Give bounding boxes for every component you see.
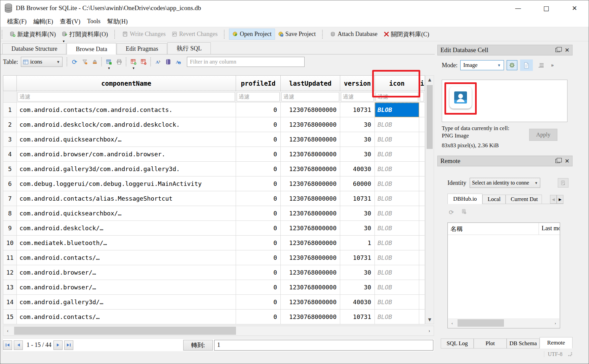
dock-tab-db-schema[interactable]: DB Schema	[507, 338, 540, 349]
cell-icon[interactable]: BLOB	[375, 176, 419, 191]
first-page-button[interactable]	[3, 340, 12, 350]
save-filter-button[interactable]	[90, 57, 100, 67]
cell-lastUpdated[interactable]: 1230768000000	[281, 250, 340, 265]
cell-partial[interactable]	[419, 250, 425, 265]
apply-button[interactable]: Apply	[529, 129, 557, 141]
next-page-button[interactable]	[53, 340, 63, 350]
list-header-name[interactable]: 名稱	[448, 223, 539, 235]
cell-componentName[interactable]: com.android.deskclock/com.android.deskcl…	[17, 117, 236, 132]
cell-profileId[interactable]: 0	[236, 206, 281, 221]
cell-lastUpdated[interactable]: 1230768000000	[281, 221, 340, 236]
cell-componentName[interactable]: com.android.quicksearchbox/…	[17, 132, 236, 147]
cell-icon[interactable]: BLOB	[375, 206, 419, 221]
maximize-icon[interactable]: □	[532, 0, 560, 16]
cell-version[interactable]: 10731	[340, 191, 375, 206]
cell-partial[interactable]	[419, 310, 425, 324]
cell-componentName[interactable]: com.android.browser/…	[17, 280, 236, 295]
last-page-button[interactable]	[64, 340, 73, 350]
close-icon[interactable]: ✕	[560, 0, 589, 16]
scroll-left-icon[interactable]: ‹	[3, 326, 12, 335]
row-number-cell[interactable]: 3	[3, 132, 17, 147]
vertical-scroll-thumb[interactable]	[427, 85, 433, 149]
cell-componentName[interactable]: com.android.gallery3d/…	[17, 295, 236, 310]
row-number-cell[interactable]: 8	[3, 206, 17, 221]
cell-lastUpdated[interactable]: 1230768000000	[281, 103, 340, 117]
corner-header[interactable]	[3, 76, 17, 91]
horizontal-scroll-thumb[interactable]	[14, 327, 236, 335]
cell-version[interactable]: 30	[340, 117, 375, 132]
cell-icon[interactable]: BLOB	[375, 250, 419, 265]
filter-version-input[interactable]	[341, 92, 374, 102]
remote-refresh-button[interactable]: ⟳	[449, 209, 454, 216]
encoding-indicator[interactable]: UTF-8	[544, 351, 566, 357]
cell-componentName[interactable]: com.android.contacts/…	[17, 250, 236, 265]
cell-icon[interactable]: BLOB	[375, 147, 419, 162]
remote-scroll-thumb[interactable]	[458, 319, 504, 327]
cell-partial[interactable]	[419, 147, 425, 162]
cell-lastUpdated[interactable]: 1230768000000	[281, 162, 340, 176]
cell-lastUpdated[interactable]: 1230768000000	[281, 295, 340, 310]
cell-icon[interactable]: BLOB	[375, 191, 419, 206]
cell-componentName[interactable]: com.android.browser/…	[17, 265, 236, 280]
cell-lastUpdated[interactable]: 1230768000000	[281, 310, 340, 324]
cell-icon[interactable]: BLOB	[375, 310, 419, 324]
dictionary-button[interactable]	[163, 57, 173, 67]
row-number-cell[interactable]: 12	[3, 265, 17, 280]
filter-icon-input[interactable]	[376, 92, 418, 102]
cell-icon[interactable]: BLOB	[375, 295, 419, 310]
dock-tab-remote[interactable]: Remote	[540, 337, 573, 349]
row-number-cell[interactable]: 14	[3, 295, 17, 310]
cell-profileId[interactable]: 0	[236, 132, 281, 147]
row-number-cell[interactable]: 9	[3, 221, 17, 236]
cell-profileId[interactable]: 0	[236, 236, 281, 250]
scroll-right-icon[interactable]: ›	[551, 320, 559, 326]
clone-database-icon[interactable]	[461, 209, 466, 214]
cell-version[interactable]: 60000	[340, 176, 375, 191]
table-select[interactable]: icons ▼	[21, 57, 63, 67]
cell-version[interactable]: 30	[340, 132, 375, 147]
horizontal-scrollbar[interactable]: ‹ ›	[3, 326, 434, 336]
cell-version[interactable]: 10731	[340, 103, 375, 117]
column-header-componentName[interactable]: componentName	[17, 76, 236, 91]
row-number-cell[interactable]: 6	[3, 176, 17, 191]
cell-version[interactable]: 10731	[340, 310, 375, 324]
row-number-cell[interactable]: 11	[3, 250, 17, 265]
cell-profileId[interactable]: 0	[236, 295, 281, 310]
filter-lastUpdated-input[interactable]	[281, 92, 339, 102]
goto-button[interactable]: 轉到:	[183, 340, 213, 351]
selected-cell[interactable]: BLOB	[375, 103, 419, 117]
goto-record-input[interactable]	[214, 340, 433, 351]
close-dock-icon[interactable]: ✕	[565, 158, 570, 164]
write-changes-button[interactable]: Write Changes	[119, 29, 169, 39]
tab-scroll-right-icon[interactable]: ▶	[557, 195, 563, 204]
print-button[interactable]	[114, 57, 124, 67]
menu-edit[interactable]: 編輯(E)	[30, 16, 56, 27]
column-header-profileId[interactable]: profileId	[236, 76, 281, 91]
vertical-scrollbar[interactable]: ▲ ▼	[425, 75, 434, 324]
identity-select[interactable]: Select an identity to conne ▼	[470, 178, 540, 188]
cell-icon[interactable]: BLOB	[375, 236, 419, 250]
tab-scroll-left-icon[interactable]: ◀	[550, 195, 557, 204]
cell-version[interactable]: 30	[340, 147, 375, 162]
filter-profileId-input[interactable]	[237, 92, 280, 102]
scroll-right-icon[interactable]: ›	[425, 326, 434, 335]
condition-format-button[interactable]: Aa	[173, 57, 184, 67]
new-database-button[interactable]: 新建資料庫(N)	[7, 29, 59, 40]
cell-profileId[interactable]: 0	[236, 117, 281, 132]
cell-icon[interactable]: BLOB	[375, 280, 419, 295]
clear-filters-button[interactable]	[80, 57, 90, 67]
cell-componentName[interactable]: com.android.contacts/alias.MessageShortc…	[17, 191, 236, 206]
cell-version[interactable]: 40030	[340, 295, 375, 310]
cell-partial[interactable]	[419, 162, 425, 176]
cell-lastUpdated[interactable]: 1230768000000	[281, 236, 340, 250]
cell-partial[interactable]	[419, 295, 425, 310]
cell-icon[interactable]: BLOB	[375, 265, 419, 280]
cell-componentName[interactable]: com.android.quicksearchbox/…	[17, 206, 236, 221]
cell-componentName[interactable]: com.mediatek.bluetooth/…	[17, 236, 236, 250]
column-header-lastUpdated[interactable]: lastUpdated	[281, 76, 340, 91]
cell-componentName[interactable]: com.android.deskclock/…	[17, 221, 236, 236]
menu-file[interactable]: 檔案(F)	[4, 16, 30, 27]
filter-any-column-input[interactable]	[187, 57, 305, 67]
cell-componentName[interactable]: com.android.contacts/com.android.contact…	[17, 103, 236, 117]
cell-lastUpdated[interactable]: 1230768000000	[281, 147, 340, 162]
